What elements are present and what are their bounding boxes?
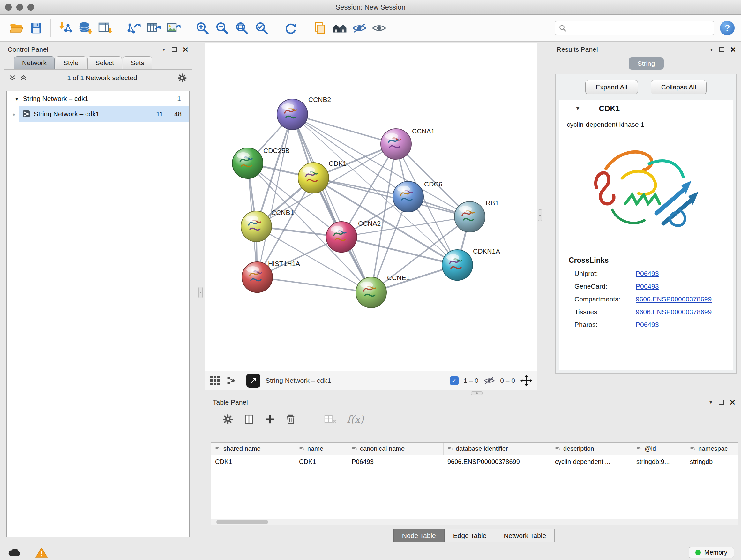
apply-layout-button[interactable] [281, 18, 300, 38]
save-session-button[interactable] [26, 18, 46, 38]
column-header[interactable]: canonical name [348, 442, 444, 455]
horizontal-scrollbar[interactable] [211, 519, 738, 525]
export-network-button[interactable] [124, 18, 144, 38]
import-network-database-button[interactable] [75, 18, 95, 38]
window-minimize-button[interactable] [16, 4, 23, 10]
network-row[interactable]: ● String Network – cdk1 11 48 [7, 106, 189, 122]
tab-sets[interactable]: Sets [123, 56, 152, 69]
zoom-in-button[interactable] [192, 18, 212, 38]
table-gear-icon[interactable] [222, 414, 233, 425]
results-panel-close-button[interactable]: × [730, 46, 736, 53]
import-network-file-button[interactable] [55, 18, 75, 38]
column-header[interactable]: description [551, 442, 632, 455]
selected-indicator-checkbox[interactable]: ✓ [450, 376, 459, 385]
table-panel-close-button[interactable]: × [730, 398, 735, 406]
hide-graphics-details-button[interactable] [349, 18, 369, 38]
control-panel-menu-button[interactable]: ▼ [162, 47, 166, 52]
column-header[interactable]: @id [632, 442, 686, 455]
column-header[interactable]: shared name [211, 442, 295, 455]
genecard-link[interactable]: P06493 [636, 283, 659, 290]
network-edge[interactable] [257, 277, 371, 293]
protein-collapse-icon[interactable]: ▼ [575, 106, 581, 111]
network-node-CCNB1[interactable] [241, 211, 272, 242]
collapse-all-icon[interactable] [9, 74, 16, 81]
column-header[interactable]: database identifier [444, 442, 551, 455]
export-table-button[interactable] [144, 18, 163, 38]
network-node-RB1[interactable] [455, 201, 485, 232]
results-panel-float-button[interactable] [719, 47, 724, 52]
pan-crosshair-icon[interactable] [520, 374, 532, 387]
zoom-out-button[interactable] [212, 18, 232, 38]
network-edge[interactable] [292, 114, 396, 144]
network-node-CCNA2[interactable] [326, 222, 357, 252]
control-panel-close-button[interactable]: × [183, 46, 188, 53]
network-node-CDC25B[interactable] [232, 148, 263, 179]
network-edge[interactable] [313, 178, 470, 217]
warning-icon[interactable] [35, 547, 48, 558]
splitter-handle[interactable] [538, 209, 542, 221]
export-image-button[interactable] [163, 18, 183, 38]
splitter-handle[interactable] [199, 287, 203, 298]
home-button[interactable] [330, 18, 349, 38]
table-panel-float-button[interactable] [719, 400, 724, 405]
add-column-icon[interactable] [265, 414, 275, 425]
column-header[interactable]: namespac [686, 442, 738, 455]
collapse-all-button[interactable]: Collapse All [651, 80, 707, 94]
control-panel-float-button[interactable] [172, 47, 177, 52]
tab-select[interactable]: Select [87, 56, 122, 69]
network-node-CDKN1A[interactable] [442, 250, 473, 280]
tissues-link[interactable]: 9606.ENSP00000378699 [636, 308, 712, 316]
network-node-CCNB2[interactable] [277, 99, 308, 130]
compartments-link[interactable]: 9606.ENSP00000378699 [636, 295, 712, 303]
results-panel-menu-button[interactable]: ▼ [710, 47, 714, 52]
table-row[interactable]: CDK1 CDK1 P06493 9606.ENSP00000378699 cy… [211, 455, 738, 469]
import-table-file-button[interactable] [95, 18, 115, 38]
show-columns-icon[interactable] [244, 414, 254, 425]
node-label: CDC25B [263, 147, 290, 154]
window-zoom-button[interactable] [27, 4, 34, 10]
window-close-button[interactable] [5, 4, 12, 10]
tab-style[interactable]: Style [56, 56, 86, 69]
cloud-icon[interactable] [7, 548, 21, 558]
export-network-icon [126, 20, 141, 36]
network-node-CDK1[interactable] [298, 163, 329, 193]
search-input[interactable] [569, 24, 710, 32]
gear-icon[interactable] [178, 73, 187, 83]
crosslink-label: Uniprot: [575, 270, 636, 277]
cell-name: CDK1 [295, 455, 348, 469]
expand-all-icon[interactable] [20, 74, 27, 81]
tab-network[interactable]: Network [14, 56, 55, 69]
expand-all-button[interactable]: Expand All [585, 80, 638, 94]
network-overview-icon[interactable] [226, 375, 236, 386]
network-node-CCNE1[interactable] [356, 277, 387, 308]
network-node-CCNA1[interactable] [381, 129, 411, 159]
network-canvas[interactable]: CCNB2CCNA1CDC25BCDK1CDC6RB1CCNB1CCNA2CDK… [205, 43, 537, 371]
tab-node-table[interactable]: Node Table [394, 529, 445, 543]
network-edge[interactable] [292, 114, 371, 293]
open-session-button[interactable] [6, 18, 26, 38]
scrollbar-thumb[interactable] [216, 520, 268, 524]
zoom-selected-button[interactable] [252, 18, 272, 38]
tab-edge-table[interactable]: Edge Table [445, 529, 495, 543]
delete-column-icon[interactable] [286, 414, 296, 425]
open-in-window-button[interactable] [246, 374, 260, 388]
help-button[interactable]: ? [720, 21, 735, 36]
network-collection-row[interactable]: ▼ String Network – cdk1 1 [7, 91, 189, 106]
selected-network-highlight[interactable]: String Network – cdk1 11 48 [19, 106, 189, 122]
network-edge[interactable] [257, 114, 292, 277]
memory-button[interactable]: Memory [689, 547, 734, 558]
grid-view-icon[interactable] [210, 375, 220, 386]
tree-caret-icon[interactable]: ▼ [14, 96, 19, 102]
function-builder-button[interactable]: f(x) [347, 414, 364, 425]
pharos-link[interactable]: P06493 [636, 321, 659, 328]
uniprot-link[interactable]: P06493 [636, 270, 659, 277]
tab-string[interactable]: String [629, 57, 664, 70]
zoom-fit-button[interactable] [232, 18, 252, 38]
network-node-CDC6[interactable] [393, 181, 423, 212]
table-panel-menu-button[interactable]: ▼ [709, 400, 713, 405]
show-graphics-details-button[interactable] [369, 18, 389, 38]
tab-network-table[interactable]: Network Table [495, 529, 555, 543]
column-header[interactable]: name [295, 442, 348, 455]
duplicate-document-button[interactable] [310, 18, 330, 38]
splitter-handle[interactable] [471, 391, 482, 395]
